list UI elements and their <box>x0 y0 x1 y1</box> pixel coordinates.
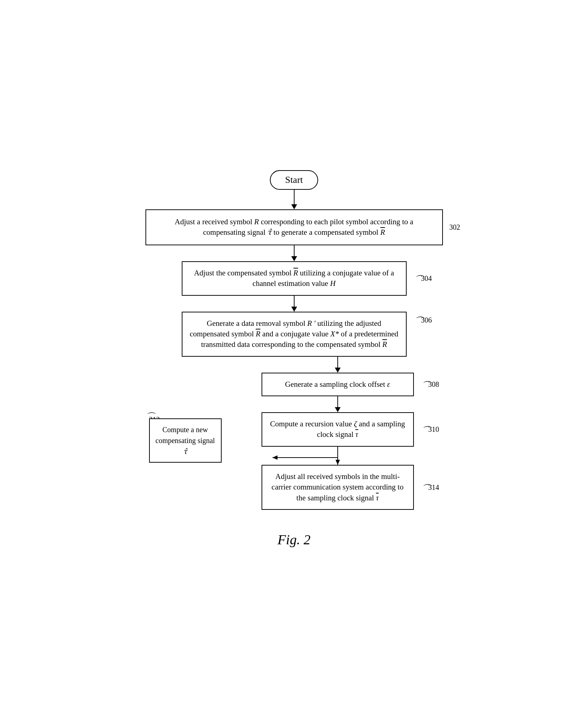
box-306: Generate a data removal symbol R ' utili… <box>182 312 407 357</box>
flowchart: Start Adjust a received symbol R corresp… <box>131 170 457 548</box>
svg-marker-4 <box>336 460 340 465</box>
symbol-R: R <box>254 217 259 226</box>
arrow-306-to-308 <box>335 357 341 373</box>
side-col-312: 312 ⌒ Compute a new compensating signal … <box>145 357 225 463</box>
box-304-wrapper: Adjust the compensated symbol R utilizin… <box>182 261 407 296</box>
box-302: Adjust a received symbol R corresponding… <box>145 209 443 245</box>
start-label: Start <box>285 175 303 185</box>
main-right-col: Generate a sampling clock offset ε 308 ⌒… <box>225 357 443 510</box>
loop-section: 312 ⌒ Compute a new compensating signal … <box>145 357 443 510</box>
arrow-302-to-304 <box>291 245 297 261</box>
branch-svg <box>262 447 414 465</box>
box-314: Adjust all received symbols in the multi… <box>262 465 414 510</box>
box-302-wrapper: Adjust a received symbol R corresponding… <box>145 209 443 245</box>
branch-arrows <box>262 447 414 465</box>
box-306-wrapper: Generate a data removal symbol R ' utili… <box>182 312 407 357</box>
box-308-wrapper: Generate a sampling clock offset ε 308 ⌒ <box>262 373 414 396</box>
arrow-308-to-310 <box>335 396 341 412</box>
signal-tau-hat: τ̂ <box>267 228 272 237</box>
arrow-start-to-302 <box>291 190 297 209</box>
box-314-wrapper: Adjust all received symbols in the multi… <box>262 465 414 510</box>
box-310: Compute a recursion value ζ and a sampli… <box>262 412 414 447</box>
box-308: Generate a sampling clock offset ε <box>262 373 414 396</box>
start-shape: Start <box>270 170 318 190</box>
svg-marker-2 <box>272 455 277 460</box>
ref-302: 302 <box>449 223 460 232</box>
box-304: Adjust the compensated symbol R utilizin… <box>182 261 407 296</box>
arrow-304-to-306 <box>291 296 297 312</box>
diagram-container: Start Adjust a received symbol R corresp… <box>95 156 494 569</box>
box-310-wrapper: Compute a recursion value ζ and a sampli… <box>262 412 414 447</box>
figure-label: Fig. 2 <box>277 532 311 548</box>
box-312: Compute a new compensating signal τ̂ <box>149 418 222 463</box>
